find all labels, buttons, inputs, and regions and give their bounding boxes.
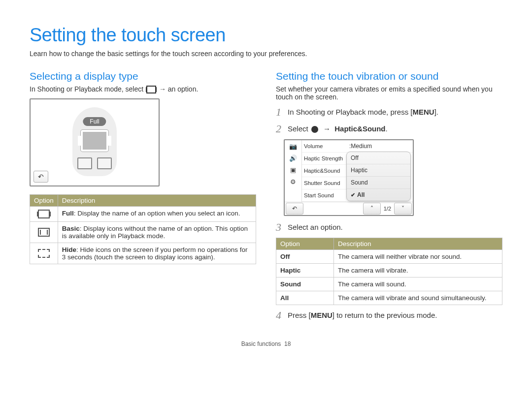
step3-text: Select an option.: [288, 221, 343, 231]
opt-desc: The camera will vibrate.: [334, 264, 502, 278]
step2-a: Select: [288, 124, 310, 133]
camera-icon[interactable]: 📷: [285, 140, 301, 152]
page-intro: Learn how to change the basic settings f…: [30, 50, 502, 58]
full-badge: Full: [83, 117, 106, 126]
opt-desc: : Hide icons on the screen if you perfor…: [62, 246, 248, 261]
table-row: Haptic The camera will vibrate.: [276, 264, 502, 278]
opt-desc: The camera will neither vibrate nor soun…: [334, 250, 502, 264]
step2-d: .: [386, 124, 388, 133]
th-option: Option: [276, 238, 334, 250]
popup-option-off[interactable]: Off: [347, 152, 410, 164]
down-button[interactable]: ˅: [394, 203, 412, 215]
step-number: 2: [276, 123, 288, 135]
page-footer: Basic functions 18: [30, 340, 502, 347]
footer-section: Basic functions: [241, 340, 281, 347]
opt-label: Basic: [62, 225, 80, 232]
th-option: Option: [30, 195, 58, 207]
display-full-icon: [81, 130, 108, 152]
footer-page: 18: [284, 340, 291, 347]
display-type-icon: [146, 86, 156, 93]
sound-icon: [311, 126, 318, 133]
display-type-screenshot: Full ↶: [30, 98, 160, 186]
opt-name: Sound: [276, 278, 334, 291]
opt-name: Haptic: [276, 264, 334, 278]
th-description: Description: [334, 238, 502, 250]
back-button[interactable]: ↶: [33, 171, 48, 183]
step-1: 1 In Shooting or Playback mode, press [M…: [276, 106, 502, 119]
menu-icon-column: 📷 🔊 ▣ ⚙: [285, 140, 302, 202]
haptic-sound-screenshot: 📷 🔊 ▣ ⚙ Volume Haptic Strength Haptic&So…: [284, 139, 414, 216]
opt-desc: : Display the name of an option when you…: [74, 210, 240, 217]
display-small-icons: [77, 157, 112, 169]
blank-icon: [285, 187, 301, 199]
display-type-table: Option Description Full: Display the nam…: [30, 194, 256, 264]
menu-label[interactable]: Start Sound: [302, 189, 346, 202]
left-lead-a: In Shooting or Playback mode, select: [30, 85, 145, 93]
th-description: Description: [58, 195, 256, 207]
step-3: 3 Select an option.: [276, 221, 502, 234]
table-row: Hide: Hide icons on the screen if you pe…: [30, 243, 256, 264]
lcd-footer: ↶ ˄ 1/2 ˅: [285, 202, 413, 215]
step4-c: ] to return to the previous mode.: [332, 311, 437, 319]
haptic-sound-popup: Off Haptic Sound ✔All: [346, 152, 411, 201]
popup-option-haptic[interactable]: Haptic: [347, 164, 410, 177]
popup-option-sound[interactable]: Sound: [347, 177, 410, 189]
right-lead: Set whether your camera vibrates or emit…: [276, 85, 502, 101]
display-icon[interactable]: ▣: [285, 164, 301, 176]
table-row: All The camera will vibrate and sound si…: [276, 291, 502, 305]
right-heading: Setting the touch vibration or sound: [276, 70, 502, 82]
left-heading: Selecting a display type: [30, 70, 256, 82]
gear-icon[interactable]: ⚙: [285, 176, 301, 187]
step2-arrow: →: [321, 124, 332, 133]
haptic-sound-table: Option Description Off The camera will n…: [276, 238, 502, 305]
opt-label: Full: [62, 210, 74, 217]
table-row: Basic: Display icons without the name of…: [30, 222, 256, 243]
left-column: Selecting a display type In Shooting or …: [30, 70, 256, 326]
menu-label[interactable]: Haptic&Sound: [302, 165, 346, 177]
basic-icon: [38, 228, 50, 237]
opt-name: All: [276, 291, 334, 305]
step-number: 4: [276, 309, 288, 322]
table-row: Off The camera will neither vibrate nor …: [276, 250, 502, 264]
step1-menu: MENU: [412, 108, 434, 116]
page-title: Setting the touch screen: [30, 25, 502, 46]
left-lead-b: → an option.: [159, 85, 198, 93]
step1-a: In Shooting or Playback mode, press [: [288, 108, 412, 116]
step-number: 1: [276, 106, 288, 119]
popup-option-all[interactable]: ✔All: [347, 189, 410, 201]
opt-name: Off: [276, 250, 334, 264]
back-button[interactable]: ↶: [286, 203, 303, 215]
step-2: 2 Select → Haptic&Sound.: [276, 123, 502, 135]
menu-label[interactable]: Volume: [302, 140, 346, 153]
menu-label-column: Volume Haptic Strength Haptic&Sound Shut…: [302, 140, 346, 202]
menu-label[interactable]: Haptic Strength: [302, 153, 346, 165]
speaker-icon[interactable]: 🔊: [285, 152, 301, 164]
table-row: Sound The camera will sound.: [276, 278, 502, 291]
check-icon: ✔: [351, 192, 355, 198]
volume-value: :Medium: [346, 140, 413, 153]
popup-all-label: All: [357, 191, 365, 198]
step-number: 3: [276, 221, 288, 234]
step2-target: Haptic&Sound: [334, 124, 385, 133]
table-row: Full: Display the name of an option when…: [30, 207, 256, 222]
display-hide-icon: [97, 157, 112, 169]
step4-a: Press [: [288, 311, 311, 319]
step4-menu: MENU: [311, 311, 332, 319]
page-indicator: 1/2: [384, 206, 391, 212]
left-lead: In Shooting or Playback mode, select → a…: [30, 85, 256, 93]
right-column: Setting the touch vibration or sound Set…: [276, 70, 502, 326]
opt-label: Hide: [62, 246, 76, 253]
menu-label[interactable]: Shutter Sound: [302, 177, 346, 189]
opt-desc: : Display icons without the name of an o…: [62, 225, 248, 240]
hide-icon: [38, 249, 50, 258]
opt-desc: The camera will vibrate and sound simult…: [334, 291, 502, 305]
up-button[interactable]: ˄: [363, 203, 381, 215]
step-4: 4 Press [MENU] to return to the previous…: [276, 309, 502, 322]
full-icon: [38, 210, 50, 218]
opt-desc: The camera will sound.: [334, 278, 502, 291]
display-basic-icon: [77, 157, 92, 169]
step1-c: ].: [434, 108, 438, 116]
menu-value-column: :Medium Off Haptic Sound ✔All: [346, 140, 413, 202]
